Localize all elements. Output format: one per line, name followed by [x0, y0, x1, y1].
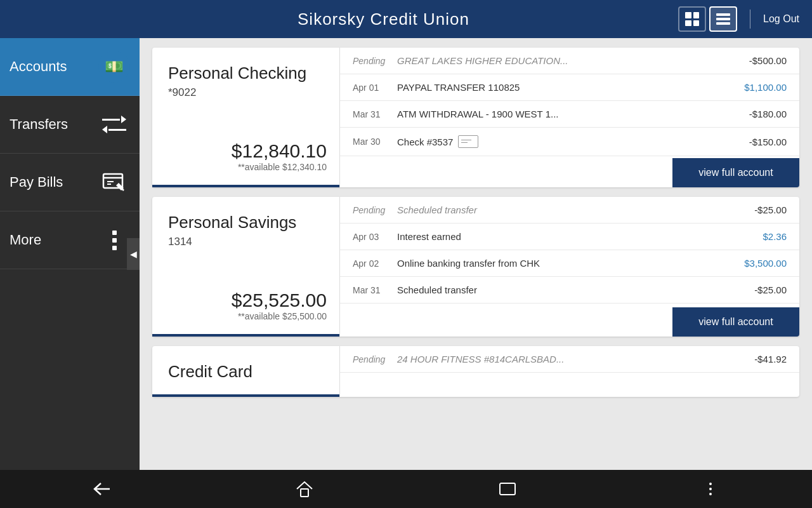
balance-amount-checking: $12,840.10	[168, 140, 327, 162]
sidebar-label-accounts: Accounts	[10, 58, 67, 75]
svg-rect-7	[301, 489, 308, 497]
money-icon: 💵	[105, 58, 124, 76]
tx-amount: -$25.00	[730, 284, 787, 295]
tx-amount: -$150.00	[730, 137, 787, 147]
sidebar-item-accounts[interactable]: Accounts 💵	[0, 38, 140, 96]
tx-amount: -$180.00	[730, 109, 787, 119]
table-row: Mar 30 Check #3537 -$150.00	[340, 128, 799, 156]
view-toggle-group	[678, 6, 737, 32]
account-balance-checking: $12,840.10 **available $12,340.10	[168, 140, 327, 172]
tx-date: Pending	[353, 354, 397, 364]
view-full-account-button-checking[interactable]: view full account	[672, 158, 799, 187]
account-right-creditcard: Pending 24 HOUR FITNESS #814CARLSBAD... …	[339, 346, 799, 397]
account-number-checking: *9022	[168, 86, 327, 99]
home-icon	[296, 481, 313, 497]
list-line	[716, 18, 730, 20]
account-card-checking: Personal Checking *9022 $12,840.10 **ava…	[152, 48, 799, 187]
recents-icon	[499, 482, 516, 496]
sidebar-item-paybills[interactable]: Pay Bills	[0, 154, 140, 211]
back-button[interactable]	[76, 473, 127, 505]
account-card-savings: Personal Savings 1314 $25,525.00 **avail…	[152, 197, 799, 337]
more-options-button[interactable]	[685, 473, 736, 505]
tx-amount: -$25.00	[730, 204, 787, 215]
account-info-checking: Personal Checking *9022	[168, 64, 327, 99]
account-number-savings: 1314	[168, 236, 327, 248]
back-arrow-icon	[92, 482, 111, 496]
check-image-icon[interactable]	[458, 135, 478, 148]
tx-amount: $3,500.00	[730, 258, 787, 269]
transfers-icon	[98, 109, 130, 140]
list-line	[716, 13, 730, 16]
sidebar-label-paybills: Pay Bills	[10, 174, 63, 190]
accounts-icon: 💵	[98, 51, 130, 83]
tx-date: Pending	[353, 205, 397, 215]
sidebar-label-transfers: Transfers	[10, 116, 68, 133]
tx-desc: Check #3537	[397, 135, 730, 148]
tx-date: Apr 01	[353, 83, 397, 93]
tx-date: Mar 31	[353, 285, 397, 295]
vertical-dots-icon	[709, 483, 712, 495]
table-row: Apr 01 PAYPAL TRANSFER 110825 $1,100.00	[340, 74, 799, 101]
account-left-creditcard: Credit Card	[152, 346, 339, 397]
table-row: Pending GREAT LAKES HIGHER EDUCATION... …	[340, 48, 799, 74]
top-bar-right: Log Out	[678, 6, 799, 32]
account-info-savings: Personal Savings 1314	[168, 213, 327, 248]
account-name-savings: Personal Savings	[168, 213, 327, 232]
arrow-right	[102, 116, 126, 123]
list-view-button[interactable]	[709, 6, 737, 32]
tx-amount: -$500.00	[730, 55, 787, 66]
account-name-checking: Personal Checking	[168, 64, 327, 83]
tx-desc: ATM WITHDRAWAL - 1900 WEST 1...	[397, 109, 730, 119]
list-icon	[716, 13, 730, 25]
account-name-creditcard: Credit Card	[168, 362, 327, 382]
tx-desc: Interest earned	[397, 231, 730, 242]
bottom-navigation	[0, 470, 812, 508]
sidebar-label-more: More	[10, 232, 41, 248]
account-info-creditcard: Credit Card	[168, 362, 327, 382]
tx-date: Apr 02	[353, 258, 397, 269]
tx-desc: Online banking transfer from CHK	[397, 258, 730, 269]
accounts-content: Personal Checking *9022 $12,840.10 **ava…	[140, 38, 812, 470]
home-button[interactable]	[279, 473, 330, 505]
sidebar-item-transfers[interactable]: Transfers	[0, 96, 140, 154]
recents-button[interactable]	[482, 473, 533, 505]
divider	[750, 10, 750, 29]
table-row: Apr 03 Interest earned $2.36	[340, 224, 799, 250]
grid-view-button[interactable]	[678, 6, 706, 32]
svg-rect-8	[500, 483, 515, 495]
tx-date: Mar 30	[353, 137, 397, 147]
tx-amount: $1,100.00	[730, 82, 787, 93]
account-card-creditcard: Credit Card Pending 24 HOUR FITNESS #814…	[152, 346, 799, 397]
tx-date: Pending	[353, 56, 397, 66]
account-right-savings: Pending Scheduled transfer -$25.00 Apr 0…	[339, 197, 799, 337]
tx-desc: 24 HOUR FITNESS #814CARLSBAD...	[397, 354, 730, 364]
tx-amount: $2.36	[730, 231, 787, 242]
balance-available-savings: **available $25,500.00	[168, 311, 327, 321]
balance-available-checking: **available $12,340.10	[168, 162, 327, 172]
table-row: Apr 02 Online banking transfer from CHK …	[340, 250, 799, 277]
tx-desc: Scheduled transfer	[397, 284, 730, 295]
table-row: Mar 31 Scheduled transfer -$25.00	[340, 277, 799, 304]
tx-desc: Scheduled transfer	[397, 204, 730, 215]
more-icon	[98, 224, 130, 256]
table-row: Pending 24 HOUR FITNESS #814CARLSBAD... …	[340, 346, 799, 373]
tx-amount: -$41.92	[730, 354, 787, 364]
table-row: Pending Scheduled transfer -$25.00	[340, 197, 799, 224]
grid-cell	[685, 20, 691, 27]
account-left-checking: Personal Checking *9022 $12,840.10 **ava…	[152, 48, 339, 187]
logout-button[interactable]: Log Out	[763, 13, 799, 25]
tx-date: Apr 03	[353, 232, 397, 242]
sidebar-collapse-button[interactable]: ◀	[127, 238, 140, 270]
table-row: Mar 31 ATM WITHDRAWAL - 1900 WEST 1... -…	[340, 101, 799, 128]
account-balance-savings: $25,525.00 **available $25,500.00	[168, 290, 327, 321]
grid-cell	[693, 12, 700, 18]
app-title: Sikorsky Credit Union	[89, 10, 678, 29]
tx-desc: PAYPAL TRANSFER 110825	[397, 82, 730, 93]
tx-date: Mar 31	[353, 109, 397, 119]
grid-cell	[685, 12, 691, 18]
list-line	[716, 22, 730, 25]
top-bar: Sikorsky Credit Union Log Out	[0, 0, 812, 38]
sidebar-item-more[interactable]: More	[0, 211, 140, 269]
view-full-account-button-savings[interactable]: view full account	[672, 307, 799, 337]
paybills-icon	[98, 166, 130, 198]
